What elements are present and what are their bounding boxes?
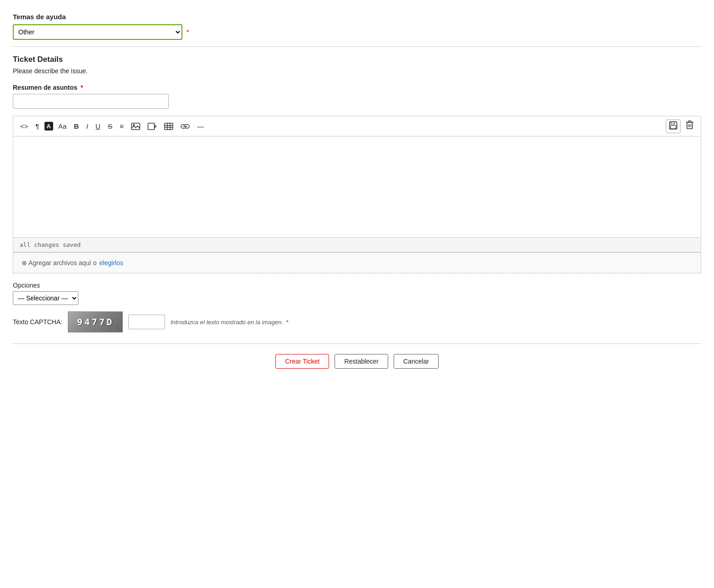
toolbar-underline-btn[interactable]: U (93, 121, 103, 131)
toolbar-trash-btn[interactable] (683, 119, 696, 133)
cancelar-button[interactable]: Cancelar (394, 354, 439, 369)
file-drop-zone[interactable]: ⊕ Agregar archivos aquí o elegirlos (13, 252, 701, 273)
file-browse-link[interactable]: elegirlos (99, 259, 123, 267)
svg-rect-12 (670, 125, 676, 129)
ticket-details-description: Please describe the issue. (13, 67, 701, 75)
temas-required-star: * (187, 28, 189, 36)
svg-rect-0 (132, 123, 140, 130)
editor-body[interactable] (13, 136, 701, 237)
toolbar-image-btn[interactable] (129, 121, 143, 131)
toolbar-paragraph-btn[interactable]: ¶ (33, 121, 42, 131)
divider-1 (13, 46, 701, 47)
editor-toolbar: <> ¶ A Aa B I U S ≡ (13, 116, 701, 136)
temas-label: Temas de ayuda (13, 13, 701, 21)
crear-ticket-button[interactable]: Crear Ticket (275, 354, 329, 369)
restablecer-button[interactable]: Restablecer (335, 354, 388, 369)
resumen-required-star: * (79, 84, 83, 91)
action-buttons: Crear Ticket Restablecer Cancelar (13, 354, 701, 369)
temas-select[interactable]: Other Billing Technical Support General … (13, 24, 182, 40)
toolbar-bold-btn[interactable]: B (71, 121, 81, 131)
captcha-required-star: * (286, 319, 288, 326)
toolbar-hr-btn[interactable]: — (195, 121, 206, 131)
toolbar-code-btn[interactable]: <> (18, 121, 31, 131)
captcha-row: Texto CAPTCHA: 9477D Introduzca el texto… (13, 311, 701, 332)
toolbar-strikethrough-btn[interactable]: S (105, 121, 115, 131)
svg-rect-4 (165, 123, 173, 130)
file-drop-prefix: ⊕ Agregar archivos aquí o (22, 259, 97, 267)
toolbar-video-btn[interactable] (145, 121, 159, 131)
editor-status-bar: all changes saved (13, 237, 701, 252)
opciones-select[interactable]: — Seleccionar — Opción 1 Opción 2 (13, 291, 78, 305)
toolbar-fontsize-btn[interactable]: Aa (56, 121, 69, 131)
resumen-input[interactable] (13, 94, 169, 109)
resumen-section: Resumen de asuntos * (13, 84, 701, 109)
opciones-section: Opciones — Seleccionar — Opción 1 Opción… (13, 282, 701, 305)
captcha-label: Texto CAPTCHA: (13, 318, 62, 326)
svg-marker-3 (154, 125, 156, 128)
toolbar-link-btn[interactable] (178, 122, 192, 131)
toolbar-italic-btn[interactable]: I (84, 121, 90, 131)
captcha-image: 9477D (68, 311, 123, 332)
toolbar-fontcolor-btn[interactable]: A (44, 122, 53, 131)
editor-container: <> ¶ A Aa B I U S ≡ (13, 116, 701, 252)
toolbar-list-btn[interactable]: ≡ (117, 121, 126, 131)
toolbar-save-btn[interactable] (666, 120, 681, 133)
opciones-label: Opciones (13, 282, 701, 289)
svg-rect-2 (148, 123, 154, 130)
toolbar-table-btn[interactable] (162, 121, 176, 131)
captcha-input[interactable] (128, 315, 165, 329)
bottom-divider (13, 343, 701, 344)
resumen-label: Resumen de asuntos * (13, 84, 701, 91)
ticket-details-title: Ticket Details (13, 55, 701, 64)
temas-section: Temas de ayuda Other Billing Technical S… (13, 13, 701, 40)
captcha-hint: Introduzca el texto mostrado en la image… (170, 319, 288, 326)
ticket-details-section: Ticket Details Please describe the issue… (13, 55, 701, 75)
